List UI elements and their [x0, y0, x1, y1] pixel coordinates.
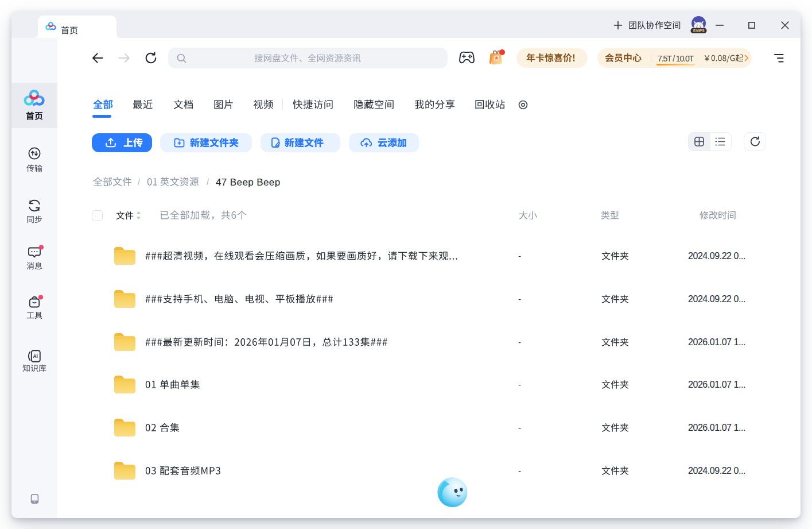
svg-text:SVIP5: SVIP5 — [693, 29, 705, 33]
svg-text:AI: AI — [33, 353, 37, 359]
